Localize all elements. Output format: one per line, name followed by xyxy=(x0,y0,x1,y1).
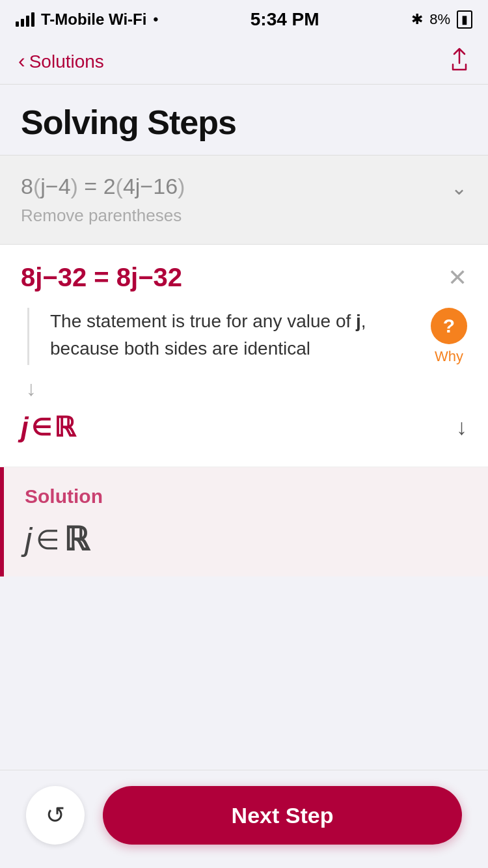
back-chevron-icon: ‹ xyxy=(18,49,25,73)
bottom-action-bar: ↺ Next Step xyxy=(0,770,488,868)
status-right: ✱ 8% ▮ xyxy=(411,10,472,29)
step-2-expanded: 8j−32 = 8j−32 ✕ The statement is true fo… xyxy=(0,245,488,467)
step-arrow: ↓ xyxy=(21,365,467,401)
battery-percent: 8% xyxy=(429,11,450,28)
step-2-equation: 8j−32 = 8j−32 xyxy=(21,263,182,292)
solution-equation: j ∈ ℝ xyxy=(25,521,467,558)
status-left: T-Mobile Wi-Fi • xyxy=(16,10,158,29)
undo-button[interactable]: ↺ xyxy=(26,786,85,845)
close-button[interactable]: ✕ xyxy=(448,264,467,292)
expand-result-button[interactable]: ↓ xyxy=(456,414,467,440)
explanation-row: The statement is true for any value of j… xyxy=(27,308,467,365)
wifi-icon: • xyxy=(153,11,158,28)
bottom-spacer xyxy=(0,576,488,681)
step-2-header: 8j−32 = 8j−32 ✕ xyxy=(21,263,467,292)
step-1-label: Remove parentheses xyxy=(21,206,185,226)
status-bar: T-Mobile Wi-Fi • 5:34 PM ✱ 8% ▮ xyxy=(0,0,488,39)
why-circle-icon: ? xyxy=(431,308,467,344)
step-1-content: 8(j−4) = 2(4j−16) Remove parentheses xyxy=(21,174,185,226)
solution-label: Solution xyxy=(25,485,467,508)
next-step-label: Next Step xyxy=(232,803,334,828)
step-1-equation: 8(j−4) = 2(4j−16) xyxy=(21,174,185,199)
result-row: j ∈ ℝ ↓ xyxy=(21,401,467,448)
solution-section: Solution j ∈ ℝ xyxy=(0,467,488,576)
status-time: 5:34 PM xyxy=(251,9,319,30)
back-label: Solutions xyxy=(29,51,104,72)
why-button[interactable]: ? Why xyxy=(431,308,467,365)
signal-icon xyxy=(16,12,34,27)
nav-bar: ‹ Solutions xyxy=(0,39,488,85)
bluetooth-icon: ✱ xyxy=(411,11,423,28)
share-icon xyxy=(449,47,470,71)
result-equation: j ∈ ℝ xyxy=(21,411,75,443)
share-button[interactable] xyxy=(449,47,470,76)
explanation-text: The statement is true for any value of j… xyxy=(50,308,418,362)
back-button[interactable]: ‹ Solutions xyxy=(18,50,104,73)
next-step-button[interactable]: Next Step xyxy=(103,786,462,845)
page-title-area: Solving Steps xyxy=(0,85,488,156)
step-1-collapsed[interactable]: 8(j−4) = 2(4j−16) Remove parentheses ⌄ xyxy=(0,156,488,245)
page-title: Solving Steps xyxy=(21,103,467,142)
chevron-down-icon[interactable]: ⌄ xyxy=(451,176,467,199)
battery-icon: ▮ xyxy=(457,10,472,29)
arrow-down-icon: ↓ xyxy=(26,377,36,401)
carrier-label: T-Mobile Wi-Fi xyxy=(41,10,146,29)
why-label: Why xyxy=(435,348,463,365)
undo-icon: ↺ xyxy=(46,802,65,829)
